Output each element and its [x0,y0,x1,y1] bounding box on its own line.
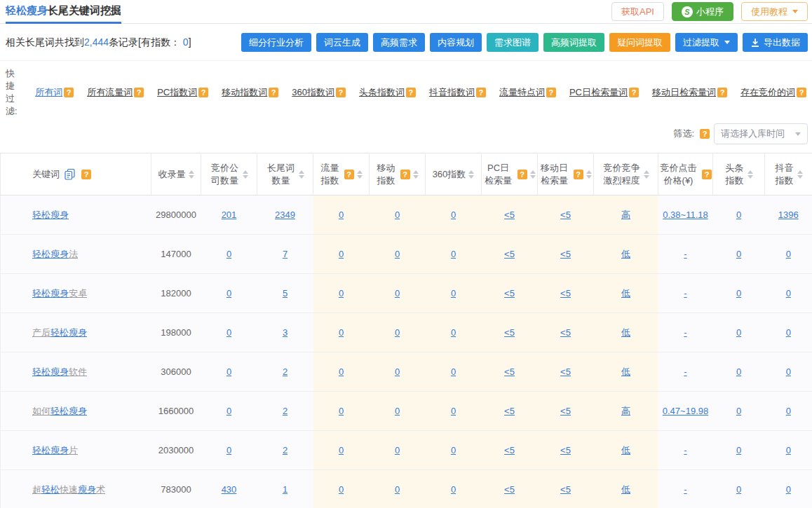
keyword-link[interactable]: 如何轻松瘦身 [32,406,87,416]
help-icon[interactable]: ? [269,88,278,97]
competition-link[interactable]: 高 [621,406,630,416]
pc-daily-link[interactable]: <5 [504,445,515,455]
cpc-link[interactable]: 0.47~19.98 [663,406,708,416]
mobile-daily-link[interactable]: <5 [560,484,571,495]
longtail-count-link[interactable]: 2349 [275,210,295,220]
help-icon[interactable]: ? [717,88,727,97]
cpc-link[interactable]: - [684,327,686,338]
longtail-count-link[interactable]: 5 [283,288,287,298]
toutiao-index-link[interactable]: 0 [736,484,741,495]
longtail-count-link[interactable]: 2 [283,406,287,416]
mobile-index-link[interactable]: 0 [395,406,400,416]
filter-mobile-index-words[interactable]: 移动指数词? [222,86,278,99]
cpc-link[interactable]: - [684,288,686,298]
storage-time-select[interactable]: 请选择入库时间 [714,123,808,144]
sort-control[interactable] [357,170,363,179]
high-freq-extract-button[interactable]: 高频词提取 [543,33,604,52]
traffic-index-link[interactable]: 0 [339,327,344,338]
bid-companies-link[interactable]: 0 [226,445,231,455]
help-icon[interactable]: ? [702,170,712,179]
competition-link[interactable]: 低 [621,484,630,495]
longtail-count-link[interactable]: 2 [283,366,287,377]
360-index-link[interactable]: 0 [451,327,456,338]
filter-mobile-daily-search-words[interactable]: 移动日检索量词? [652,86,727,99]
toutiao-index-link[interactable]: 0 [736,210,741,220]
douyin-index-link[interactable]: 0 [786,249,791,259]
traffic-index-link[interactable]: 0 [339,445,344,455]
mobile-index-link[interactable]: 0 [395,327,400,338]
douyin-index-link[interactable]: 0 [786,445,791,455]
sort-control[interactable] [413,170,419,179]
filter-pc-index-words[interactable]: PC指数词? [157,86,208,99]
high-freq-demand-button[interactable]: 高频需求 [373,33,425,52]
douyin-index-link[interactable]: 1396 [778,210,799,220]
filter-traffic-feature-words[interactable]: 流量特点词? [499,86,556,99]
sort-control[interactable] [243,170,248,179]
keyword-link[interactable]: 轻松瘦身 [32,210,69,220]
help-icon[interactable]: ? [797,88,806,97]
tutorial-button[interactable]: 使用教程 [741,2,808,21]
help-icon[interactable]: ? [700,129,710,139]
bid-companies-link[interactable]: 0 [226,366,231,377]
360-index-link[interactable]: 0 [451,406,456,416]
competition-link[interactable]: 高 [621,210,630,220]
pc-daily-link[interactable]: <5 [504,327,515,338]
competition-link[interactable]: 低 [621,288,630,298]
sort-control[interactable] [299,170,304,179]
sort-control[interactable] [586,170,592,179]
competition-link[interactable]: 低 [621,249,630,259]
word-cloud-button[interactable]: 词云生成 [316,33,368,52]
douyin-index-link[interactable]: 0 [786,327,791,338]
pc-daily-link[interactable]: <5 [504,484,515,495]
douyin-index-link[interactable]: 0 [786,366,791,377]
toutiao-index-link[interactable]: 0 [736,406,741,416]
question-extract-button[interactable]: 疑问词提取 [609,33,670,52]
pc-daily-link[interactable]: <5 [504,406,515,416]
360-index-link[interactable]: 0 [451,484,456,495]
mobile-daily-link[interactable]: <5 [560,327,571,338]
longtail-count-link[interactable]: 1 [283,484,287,495]
pc-daily-link[interactable]: <5 [504,288,515,298]
mobile-index-link[interactable]: 0 [395,445,400,455]
help-icon[interactable]: ? [629,88,639,97]
keyword-link[interactable]: 超轻松快速瘦身术 [32,484,105,495]
help-icon[interactable]: ? [406,88,416,97]
mobile-daily-link[interactable]: <5 [560,288,571,298]
mobile-index-link[interactable]: 0 [395,210,400,220]
traffic-index-link[interactable]: 0 [339,406,344,416]
toutiao-index-link[interactable]: 0 [736,288,741,298]
help-icon[interactable]: ? [546,88,556,97]
cpc-link[interactable]: - [684,484,686,495]
360-index-link[interactable]: 0 [451,210,456,220]
sort-control[interactable] [797,170,803,179]
filter-all-words[interactable]: 所有词? [35,86,74,99]
bid-companies-link[interactable]: 0 [226,288,231,298]
help-icon[interactable]: ? [336,88,346,97]
360-index-link[interactable]: 0 [451,288,456,298]
pc-daily-link[interactable]: <5 [504,210,515,220]
douyin-index-link[interactable]: 0 [786,406,791,416]
sort-control[interactable] [747,170,753,179]
traffic-index-link[interactable]: 0 [339,288,344,298]
export-data-button[interactable]: 导出数据 [743,33,808,52]
mobile-index-link[interactable]: 0 [395,366,400,377]
sort-control[interactable] [468,170,474,179]
cpc-link[interactable]: - [684,366,686,377]
douyin-index-link[interactable]: 0 [786,484,791,495]
help-icon[interactable]: ? [476,88,486,97]
bid-companies-link[interactable]: 430 [222,484,237,495]
traffic-index-link[interactable]: 0 [339,484,344,495]
mobile-daily-link[interactable]: <5 [560,210,571,220]
help-icon[interactable]: ? [400,170,410,179]
longtail-count-link[interactable]: 3 [283,327,287,338]
toutiao-index-link[interactable]: 0 [736,366,741,377]
cpc-link[interactable]: 0.38~11.18 [663,210,708,220]
sort-control[interactable] [189,170,194,179]
longtail-count-link[interactable]: 2 [283,445,287,455]
filter-360-index-words[interactable]: 360指数词? [292,86,346,99]
copy-icon[interactable] [64,168,76,180]
filter-toutiao-index-words[interactable]: 头条指数词? [359,86,416,99]
bid-companies-link[interactable]: 0 [226,249,231,259]
help-icon[interactable]: ? [64,88,74,97]
toutiao-index-link[interactable]: 0 [736,249,741,259]
